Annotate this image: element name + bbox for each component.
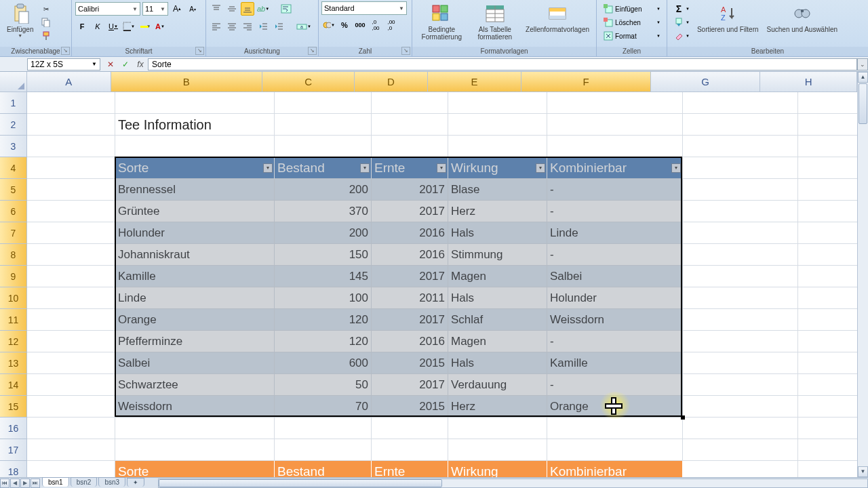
underline-button[interactable]: U▼ — [106, 20, 120, 33]
row-header-7[interactable]: 7 — [0, 222, 27, 244]
filter-button[interactable]: ▾ — [671, 163, 681, 173]
format-as-table-button[interactable]: Als Tabelle formatieren — [469, 1, 521, 42]
cell[interactable]: Orange — [547, 396, 683, 418]
cell[interactable]: 2015 — [372, 396, 448, 418]
dialog-launcher[interactable]: ↘ — [195, 47, 204, 55]
tab-next-button[interactable]: ▶ — [20, 479, 30, 488]
cell[interactable] — [27, 461, 115, 477]
cell[interactable]: Verdauung — [448, 374, 547, 396]
cell[interactable]: Bestand▾ — [275, 157, 372, 179]
align-left-button[interactable] — [210, 20, 223, 33]
cell[interactable] — [683, 157, 798, 179]
name-box[interactable]: 12Z x 5S▼ — [27, 58, 100, 70]
column-header-F[interactable]: F — [521, 72, 650, 92]
cell[interactable]: Stimmung — [448, 244, 547, 266]
cell[interactable] — [27, 374, 115, 396]
merge-button[interactable]: a▼ — [295, 20, 313, 33]
autosum-button[interactable]: Σ▼ — [671, 3, 692, 15]
align-middle-button[interactable] — [225, 2, 239, 16]
row-header-15[interactable]: 15 — [0, 396, 27, 418]
row-header-4[interactable]: 4 — [0, 157, 27, 179]
cell[interactable]: Kamille — [115, 266, 275, 287]
cell[interactable]: Sorte — [115, 461, 275, 477]
sheet-tab-bsn3[interactable]: bsn3 — [98, 477, 125, 487]
vertical-scrollbar[interactable]: ▲ ▼ — [857, 72, 868, 477]
cell[interactable] — [683, 396, 798, 418]
delete-cells-button[interactable]: Löschen▼ — [601, 16, 663, 28]
cell[interactable]: Sorte▾ — [115, 157, 275, 179]
cell[interactable]: 150 — [275, 244, 372, 266]
cell[interactable] — [683, 179, 798, 201]
cell[interactable]: Hals — [448, 222, 547, 244]
cell[interactable] — [27, 114, 115, 136]
percent-button[interactable]: % — [338, 18, 351, 32]
filter-button[interactable]: ▾ — [360, 163, 370, 173]
cell[interactable]: Brennessel — [115, 179, 275, 201]
increase-indent-button[interactable] — [272, 20, 285, 33]
cell[interactable]: 2016 — [372, 244, 448, 266]
dialog-launcher[interactable]: ↘ — [401, 47, 410, 55]
cell[interactable] — [683, 222, 798, 244]
format-cells-button[interactable]: Format▼ — [601, 30, 663, 42]
cell[interactable] — [683, 244, 798, 266]
cell[interactable]: Weissdorn — [547, 309, 683, 331]
align-center-button[interactable] — [225, 20, 239, 33]
cell[interactable] — [683, 439, 798, 461]
cell[interactable] — [115, 92, 275, 114]
cell-styles-button[interactable]: Zellenformatvorlagen — [521, 1, 593, 35]
cell[interactable] — [683, 418, 798, 439]
cell[interactable]: 100 — [275, 287, 372, 309]
row-header-11[interactable]: 11 — [0, 309, 27, 331]
cell[interactable]: Herz — [448, 201, 547, 222]
formula-expand-button[interactable]: ⌄ — [857, 58, 868, 70]
cell[interactable]: 50 — [275, 374, 372, 396]
cell[interactable]: 2016 — [372, 331, 448, 352]
dialog-launcher[interactable]: ↘ — [61, 47, 70, 55]
cell[interactable] — [547, 439, 683, 461]
cell[interactable]: - — [547, 179, 683, 201]
cell[interactable]: Schwarztee — [115, 374, 275, 396]
cell[interactable]: Wirkung▾ — [448, 157, 547, 179]
cell[interactable]: Hals — [448, 352, 547, 374]
scroll-up-button[interactable]: ▲ — [858, 72, 868, 83]
align-right-button[interactable] — [241, 20, 254, 33]
enter-formula-button[interactable]: ✓ — [118, 60, 133, 69]
font-size-combo[interactable]: 11▼ — [142, 2, 168, 16]
cell[interactable] — [275, 418, 372, 439]
cancel-formula-button[interactable]: ✕ — [103, 60, 118, 69]
accounting-button[interactable]: ▼ — [322, 18, 336, 32]
cell[interactable] — [372, 114, 448, 136]
font-color-button[interactable]: A▼ — [153, 20, 167, 33]
tab-first-button[interactable]: ⏮ — [0, 479, 9, 488]
formula-input[interactable]: Sorte — [148, 58, 857, 70]
cell[interactable]: Pfefferminze — [115, 331, 275, 352]
column-header-C[interactable]: C — [262, 72, 355, 92]
wrap-text-button[interactable] — [279, 2, 293, 16]
row-header-12[interactable]: 12 — [0, 331, 27, 352]
cell[interactable] — [275, 92, 372, 114]
font-name-combo[interactable]: Calibri▼ — [75, 2, 140, 16]
paste-button[interactable]: Einfügen ▼ — [3, 1, 37, 39]
column-header-H[interactable]: H — [760, 72, 857, 92]
cell[interactable]: 2016 — [372, 222, 448, 244]
column-header-G[interactable]: G — [651, 72, 761, 92]
cell[interactable]: Salbei — [115, 352, 275, 374]
cell[interactable] — [275, 114, 372, 136]
cell[interactable]: Ernte▾ — [372, 157, 448, 179]
cell[interactable] — [27, 309, 115, 331]
cell[interactable] — [448, 114, 547, 136]
cell[interactable] — [683, 352, 798, 374]
cell[interactable]: Kamille — [547, 352, 683, 374]
cell[interactable]: 120 — [275, 309, 372, 331]
decrease-decimal-button[interactable]: ,00,0 — [384, 18, 398, 32]
worksheet-grid[interactable]: ABCDEFGH 123456789101112131415161718 Tee… — [0, 72, 868, 477]
decrease-indent-button[interactable] — [256, 20, 270, 33]
comma-button[interactable]: 000 — [353, 18, 367, 32]
cut-button[interactable]: ✂ — [39, 3, 55, 15]
cell[interactable] — [547, 418, 683, 439]
row-header-14[interactable]: 14 — [0, 374, 27, 396]
cell[interactable] — [547, 114, 683, 136]
cell[interactable] — [27, 352, 115, 374]
cell[interactable] — [547, 92, 683, 114]
cell[interactable] — [448, 92, 547, 114]
